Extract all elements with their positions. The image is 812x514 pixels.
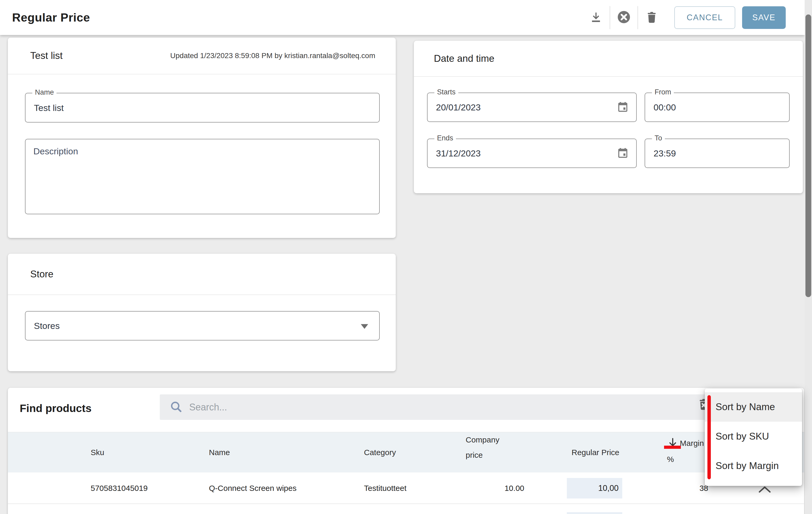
starts-field[interactable]: Starts 20/01/2023 [427,92,637,122]
toolbar-divider [610,6,610,29]
caret-down-icon [361,324,368,329]
chevron-up-icon [758,486,771,493]
table-row: 5705831045019 Q-Connect Screen wipes Tes… [8,473,804,504]
starts-field-label: Starts [434,88,458,96]
cell-margin: 38 [682,473,708,504]
menu-item-sort-by-sku[interactable]: Sort by SKU [705,422,802,451]
scrollbar-track [805,0,812,514]
sort-menu: Sort by Name Sort by SKU Sort by Margin [705,389,802,486]
page-title: Regular Price [12,11,90,24]
row-collapse-button[interactable] [758,486,771,494]
close-button[interactable] [612,5,636,30]
ends-field-label: Ends [434,134,456,142]
to-field[interactable]: To 23:59 [645,139,790,168]
column-header-sku: Sku [91,432,104,473]
from-field[interactable]: From 00:00 [645,92,790,122]
download-icon [589,10,603,25]
ends-value: 31/12/2023 [436,148,582,159]
name-input[interactable] [34,103,282,113]
stores-dropdown-value: Stores [34,321,60,331]
trash-icon [645,10,659,25]
column-header-name: Name [209,432,230,473]
list-details-card: Test list Updated 1/23/2023 8:59:08 PM b… [8,37,396,238]
regular-price-input[interactable]: 10,00 [567,478,622,498]
delete-button[interactable] [640,5,664,30]
store-card-title: Store [30,269,53,280]
cell-sku: 5705831045019 [91,473,148,504]
datetime-card: Date and time Starts 20/01/2023 From 00:… [414,41,803,193]
column-header-company-price: Company price [466,432,516,473]
updated-info: Updated 1/23/2023 8:59:08 PM by kristian… [170,52,375,60]
products-table-header: Sku Name Category Company price Regular … [8,432,804,473]
list-card-title: Test list [30,50,62,61]
sort-active-underline [664,446,681,449]
top-app-bar: Regular Price CANCEL SAVE [0,0,805,35]
datetime-card-title: Date and time [434,53,494,64]
column-header-margin: Margin [680,439,704,448]
sort-menu-accent-bar [707,395,711,479]
app-root: Regular Price CANCEL SAVE [0,0,812,514]
name-field-label: Name [32,88,57,96]
store-card: Store Stores [8,254,396,371]
find-products-title: Find products [20,402,91,415]
list-card-header: Test list Updated 1/23/2023 8:59:08 PM b… [8,37,396,75]
ends-field[interactable]: Ends 31/12/2023 [427,139,637,168]
menu-item-sort-by-margin[interactable]: Sort by Margin [705,451,802,481]
cell-name: Q-Connect Screen wipes [209,473,297,504]
cell-category: Testituotteet [364,473,407,504]
toolbar-actions: CANCEL SAVE [584,0,786,35]
calendar-icon[interactable] [617,101,629,114]
cancel-button[interactable]: CANCEL [674,6,735,29]
column-header-category: Category [364,432,396,473]
from-value: 00:00 [654,102,754,113]
table-row [8,505,804,514]
store-card-header: Store [8,254,396,295]
close-circle-icon [616,9,632,26]
starts-value: 20/01/2023 [436,102,582,113]
menu-item-sort-by-name[interactable]: Sort by Name [705,392,802,422]
column-header-margin-unit: % [667,455,674,464]
calendar-icon[interactable] [617,147,629,160]
to-field-label: To [652,134,665,142]
toolbar-divider [638,6,638,29]
description-input[interactable] [25,139,380,214]
column-header-regular-price: Regular Price [572,432,619,473]
name-field[interactable]: Name [25,93,380,122]
save-button[interactable]: SAVE [742,6,786,29]
search-icon [169,400,183,415]
regular-price-input[interactable] [567,512,622,514]
download-button[interactable] [584,5,608,30]
stores-dropdown[interactable]: Stores [25,311,380,341]
to-value: 23:59 [654,148,754,159]
scrollbar-thumb[interactable] [806,15,811,297]
cell-company-price: 10.00 [472,473,524,504]
from-field-label: From [652,88,674,96]
datetime-card-header: Date and time [414,41,803,77]
find-products-card: Find products Sku Name Category Company … [8,388,804,514]
search-input[interactable] [189,394,662,420]
